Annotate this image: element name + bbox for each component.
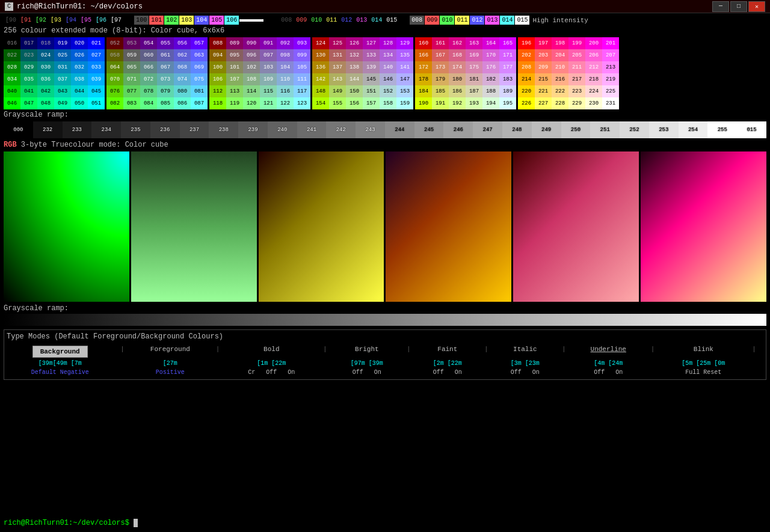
c226: 226	[518, 97, 535, 109]
c088: 088	[209, 37, 226, 49]
gs-236: 236	[150, 121, 180, 138]
c171: 171	[499, 49, 516, 61]
ansi-code-101: 101	[149, 16, 164, 25]
minimize-button[interactable]: ─	[712, 1, 729, 12]
c214: 214	[518, 73, 535, 85]
ansi-code-106: 106	[224, 16, 239, 25]
c155: 155	[329, 97, 346, 109]
c160: 160	[415, 37, 432, 49]
c066: 066	[140, 61, 157, 73]
gs-242: 242	[326, 121, 356, 138]
c197: 197	[535, 37, 552, 49]
ansi-code-100: 100	[134, 16, 149, 25]
close-button[interactable]: ✕	[748, 1, 765, 12]
c077: 077	[123, 85, 140, 97]
c153: 153	[396, 85, 413, 97]
terminal-icon: C	[5, 2, 13, 11]
bg-013a: 013	[485, 16, 499, 25]
gs-015b: 015	[737, 121, 766, 138]
c053: 053	[123, 37, 140, 49]
c169: 169	[466, 49, 482, 61]
c019: 019	[54, 37, 71, 49]
c140: 140	[380, 61, 396, 73]
window-controls: ─ □ ✕	[712, 1, 765, 12]
color-014a: 014	[369, 16, 384, 25]
c165: 165	[499, 37, 516, 49]
c031: 031	[54, 61, 71, 73]
c175: 175	[466, 61, 482, 73]
gs-245: 245	[414, 121, 444, 138]
c041: 041	[20, 85, 37, 97]
color-010a: 010	[309, 16, 324, 25]
c083: 083	[123, 97, 140, 109]
gs-247: 247	[473, 121, 502, 138]
c223: 223	[568, 85, 585, 97]
background-label: Background	[32, 346, 88, 358]
c109: 109	[260, 73, 277, 85]
c093: 093	[294, 37, 310, 49]
type-modes-labels-row: Default Negative Positive Cr Off On Off …	[7, 368, 763, 377]
rgb-cube-6	[641, 151, 766, 302]
tm-fg-header: Foreground	[132, 344, 209, 359]
c151: 151	[363, 85, 380, 97]
c038: 038	[71, 73, 88, 85]
c068: 068	[174, 61, 191, 73]
type-modes-title: Type Modes (Default Foreground/Backgroun…	[7, 332, 763, 341]
color-012a: 012	[339, 16, 354, 25]
color-block-1: 016 017 018 019 020 021 022 023 024 025 …	[4, 37, 105, 109]
c071: 071	[123, 73, 140, 85]
tm-code-italic: [3m [23m	[496, 359, 555, 368]
c065: 065	[123, 61, 140, 73]
c133: 133	[363, 49, 380, 61]
grayscale-label-256: Grayscale ramp:	[4, 111, 766, 119]
color-cube-section: 016 017 018 019 020 021 022 023 024 025 …	[4, 37, 766, 109]
c188: 188	[482, 85, 499, 97]
c064: 064	[106, 61, 123, 73]
c104: 104	[277, 61, 294, 73]
c143: 143	[329, 73, 346, 85]
c174: 174	[449, 61, 466, 73]
c082: 082	[106, 97, 123, 109]
c073: 073	[157, 73, 174, 85]
color-009a: 009	[294, 16, 309, 25]
c145: 145	[363, 73, 380, 85]
c128: 128	[380, 37, 396, 49]
c115: 115	[260, 85, 277, 97]
bg-009a: 009	[425, 16, 439, 25]
gs-000: 000	[4, 121, 33, 138]
c208: 208	[518, 61, 535, 73]
grayscale-ramp-section-256: Grayscale ramp: 000 232 233 234 235 236 …	[4, 111, 766, 138]
bg-011a: 011	[455, 16, 469, 25]
c036: 036	[37, 73, 54, 85]
c131: 131	[329, 49, 346, 61]
c189: 189	[499, 85, 516, 97]
c219: 219	[602, 73, 619, 85]
c231: 231	[602, 97, 619, 109]
type-modes-header-row: Background | Foreground | Bold | Bright …	[7, 344, 763, 359]
color-block-2: 052 053 054 055 056 057 058 059 060 061 …	[106, 37, 208, 109]
maximize-button[interactable]: □	[730, 1, 747, 12]
bg-008a: 008	[410, 16, 424, 25]
c052: 052	[106, 37, 123, 49]
c055: 055	[157, 37, 174, 49]
c100: 100	[209, 61, 226, 73]
c211: 211	[568, 61, 585, 73]
color-013a: 013	[354, 16, 369, 25]
type-modes-section: Type Modes (Default Foreground/Backgroun…	[4, 329, 766, 380]
c119: 119	[226, 97, 243, 109]
c190: 190	[415, 97, 432, 109]
c150: 150	[346, 85, 363, 97]
tm-blink-header: Blink	[662, 344, 745, 359]
c039: 039	[88, 73, 105, 85]
c103: 103	[260, 61, 277, 73]
c132: 132	[346, 49, 363, 61]
tm-italic-header: Italic	[496, 344, 555, 359]
c206: 206	[585, 49, 602, 61]
gs-241: 241	[297, 121, 327, 138]
rgb-header-text: 3-byte Truecolour mode: Color cube	[21, 141, 168, 149]
c032: 032	[71, 61, 88, 73]
c029: 029	[20, 61, 37, 73]
tm-code-bold: [1m [22m	[227, 359, 316, 368]
rgb-header: RGB 3-byte Truecolour mode: Color cube	[4, 141, 766, 149]
tm-label-faint: Off On	[418, 368, 478, 377]
